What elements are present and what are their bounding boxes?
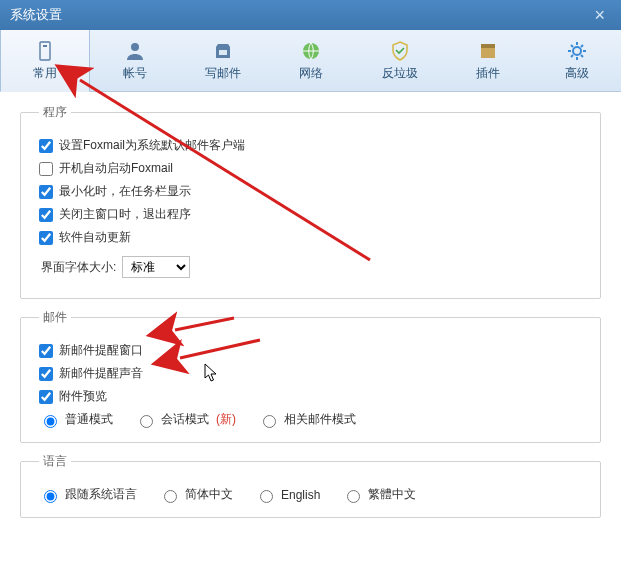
tab-label: 帐号: [123, 65, 147, 82]
user-icon: [123, 39, 147, 63]
checkbox-new-mail-sound[interactable]: 新邮件提醒声音: [39, 365, 143, 382]
checkbox-autostart[interactable]: 开机自动启动Foxmail: [39, 160, 173, 177]
tab-general[interactable]: 常用: [0, 30, 90, 92]
tab-label: 插件: [476, 65, 500, 82]
tab-label: 反垃圾: [382, 65, 418, 82]
checkbox-exit-on-close[interactable]: 关闭主窗口时，退出程序: [39, 206, 191, 223]
compose-icon: [211, 39, 235, 63]
tab-plugin[interactable]: 插件: [444, 30, 532, 91]
checkbox-minimize-tray[interactable]: 最小化时，在任务栏显示: [39, 183, 191, 200]
tab-compose[interactable]: 写邮件: [179, 30, 267, 91]
window-title: 系统设置: [10, 6, 62, 24]
titlebar: 系统设置 ×: [0, 0, 621, 30]
tab-label: 高级: [565, 65, 589, 82]
checkbox-auto-update[interactable]: 软件自动更新: [39, 229, 131, 246]
svg-rect-6: [481, 44, 495, 48]
plugin-icon: [476, 39, 500, 63]
mail-mode-group: 普通模式 会话模式(新) 相关邮件模式: [39, 411, 582, 428]
radio-mode-normal[interactable]: 普通模式: [39, 411, 113, 428]
close-icon[interactable]: ×: [588, 5, 611, 26]
group-legend: 程序: [39, 104, 71, 121]
svg-line-14: [571, 55, 573, 57]
gear-icon: [565, 39, 589, 63]
tab-label: 网络: [299, 65, 323, 82]
group-language: 语言 跟随系统语言 简体中文 English 繁體中文: [20, 453, 601, 518]
font-size-label: 界面字体大小:: [41, 259, 116, 276]
tab-account[interactable]: 帐号: [90, 30, 178, 91]
radio-mode-conversation[interactable]: 会话模式(新): [135, 411, 236, 428]
group-mail: 邮件 新邮件提醒窗口 新邮件提醒声音 附件预览 普通模式 会话模式(新) 相关邮…: [20, 309, 601, 443]
content: 程序 设置Foxmail为系统默认邮件客户端 开机自动启动Foxmail 最小化…: [0, 92, 621, 540]
toolbar: 常用 帐号 写邮件 网络 反垃圾 插件 高级: [0, 30, 621, 92]
checkbox-new-mail-popup[interactable]: 新邮件提醒窗口: [39, 342, 143, 359]
tab-label: 写邮件: [205, 65, 241, 82]
tab-label: 常用: [33, 65, 57, 82]
new-tag: (新): [216, 411, 236, 428]
svg-rect-5: [481, 47, 495, 58]
group-legend: 语言: [39, 453, 71, 470]
tab-antispam[interactable]: 反垃圾: [356, 30, 444, 91]
radio-lang-simplified[interactable]: 简体中文: [159, 486, 233, 503]
svg-point-7: [573, 47, 581, 55]
svg-rect-3: [219, 50, 227, 55]
group-program: 程序 设置Foxmail为系统默认邮件客户端 开机自动启动Foxmail 最小化…: [20, 104, 601, 299]
font-size-select[interactable]: 标准: [122, 256, 190, 278]
radio-mode-related[interactable]: 相关邮件模式: [258, 411, 356, 428]
general-icon: [33, 39, 57, 63]
svg-line-13: [581, 55, 583, 57]
svg-rect-0: [40, 42, 50, 60]
language-group: 跟随系统语言 简体中文 English 繁體中文: [39, 486, 582, 503]
tab-advanced[interactable]: 高级: [533, 30, 621, 91]
checkbox-default-client[interactable]: 设置Foxmail为系统默认邮件客户端: [39, 137, 245, 154]
svg-point-2: [131, 43, 139, 51]
svg-line-12: [571, 45, 573, 47]
radio-lang-system[interactable]: 跟随系统语言: [39, 486, 137, 503]
checkbox-attach-preview[interactable]: 附件预览: [39, 388, 107, 405]
globe-icon: [299, 39, 323, 63]
tab-network[interactable]: 网络: [267, 30, 355, 91]
group-legend: 邮件: [39, 309, 71, 326]
shield-icon: [388, 39, 412, 63]
radio-lang-traditional[interactable]: 繁體中文: [342, 486, 416, 503]
radio-lang-english[interactable]: English: [255, 487, 320, 503]
svg-rect-1: [43, 45, 47, 47]
svg-line-15: [581, 45, 583, 47]
